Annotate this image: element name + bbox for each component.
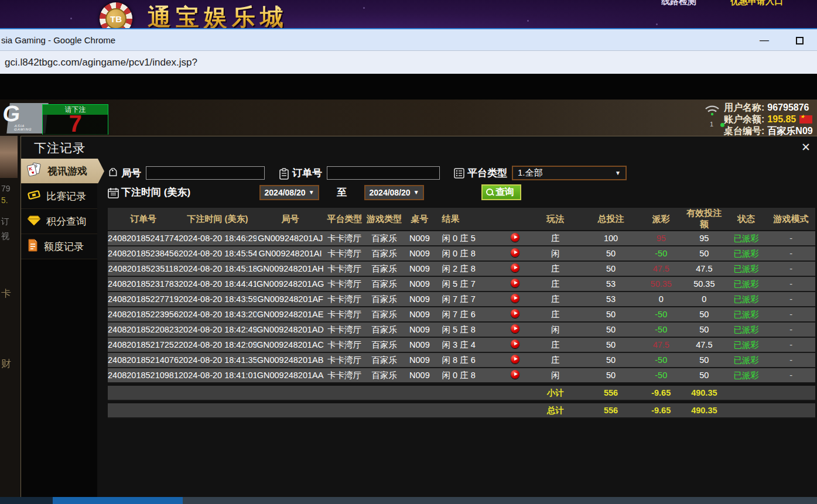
status-cell: 已派彩 xyxy=(726,292,767,307)
order-no-label: 订单号 xyxy=(292,166,322,180)
casino-brand-name: 通宝娱乐城 xyxy=(148,1,288,28)
column-header: 有效投注额 xyxy=(683,208,726,231)
result-cell: 闲 7 庄 7 xyxy=(436,292,502,307)
table-no-cell: N009 xyxy=(403,262,436,277)
replay-icon[interactable] xyxy=(511,294,519,303)
username-value: 96795876 xyxy=(767,102,809,113)
wifi-icon xyxy=(705,104,720,117)
replay-icon[interactable] xyxy=(511,233,519,242)
replay-icon[interactable] xyxy=(511,309,519,318)
column-header: 派彩 xyxy=(639,208,683,231)
platform-cell: 卡卡湾厅 xyxy=(324,262,365,277)
replay-icon[interactable] xyxy=(511,355,519,364)
game-type-cell: 百家乐 xyxy=(365,231,404,246)
background-left-strip: 79 5. 订 视 卡 财 xyxy=(0,136,20,497)
game-no-label: 局号 xyxy=(121,166,141,180)
sidebar-item-video-games[interactable]: 9 K ♥ 视讯游戏 xyxy=(21,159,104,184)
total-bet-cell: 50 xyxy=(583,353,640,368)
sidebar-item-quota-records[interactable]: 额度记录 xyxy=(21,234,97,259)
balance-label: 账户余额: xyxy=(724,114,764,126)
sidebar-item-match-records[interactable]: 比赛记录 xyxy=(21,184,97,209)
game-no-cell: GN009248201AA xyxy=(257,368,324,383)
order-no-cell: 240820185214076 xyxy=(108,353,179,368)
result-cell: 闲 8 庄 6 xyxy=(436,353,502,368)
column-header: 订单号 xyxy=(108,208,179,231)
column-header: 总投注 xyxy=(583,208,640,231)
bg-text: 5. xyxy=(1,196,8,205)
replay-icon[interactable] xyxy=(511,279,519,287)
replay-icon[interactable] xyxy=(511,248,519,257)
platform-cell: 卡卡湾厅 xyxy=(324,323,365,338)
table-no-cell: N009 xyxy=(403,246,436,262)
table-body: 2408201852417742024-08-20 18:46:29GN0092… xyxy=(108,231,815,419)
table-no-cell: N009 xyxy=(403,323,436,338)
query-button[interactable]: 查询 xyxy=(481,184,521,200)
game-no-cell: GN009248201AD xyxy=(257,323,324,338)
replay-icon[interactable] xyxy=(511,263,519,272)
valid-bet-cell: 50.35 xyxy=(683,277,726,292)
replay-icon[interactable] xyxy=(511,340,519,348)
game-type-cell: 百家乐 xyxy=(365,292,404,307)
records-table-wrap: 订单号下注时间 (美东)局号平台类型游戏类型桌号结果玩法总投注派彩有效投注额状态… xyxy=(108,208,815,419)
banner-links: 线路检测 优惠申请入口 xyxy=(661,0,783,6)
sidebar-item-points-query[interactable]: 积分查询 xyxy=(21,209,97,234)
order-no-cell: 240820185231783 xyxy=(108,277,179,292)
game-no-input[interactable] xyxy=(146,166,265,180)
subtotal-row-label: 小计 xyxy=(528,386,583,401)
payout-cell: 47.5 xyxy=(639,262,683,277)
platform-cell: 卡卡湾厅 xyxy=(324,246,365,262)
play-type-cell: 庄 xyxy=(528,353,583,368)
minimize-button[interactable]: — xyxy=(747,35,782,46)
play-type-cell: 庄 xyxy=(528,307,583,323)
platform-cell: 卡卡湾厅 xyxy=(324,277,365,292)
bet-time-label: 下注时间 (美东) xyxy=(121,186,190,199)
replay-cell xyxy=(502,262,528,277)
bet-time-cell: 2024-08-20 18:41:35 xyxy=(179,353,257,368)
replay-icon[interactable] xyxy=(511,324,519,333)
bet-time-cell: 2024-08-20 18:46:29 xyxy=(179,231,257,246)
status-cell: 已派彩 xyxy=(726,246,767,262)
modal-title: 下注记录 xyxy=(34,140,86,156)
valid-bet-cell: 50 xyxy=(683,353,726,368)
table-number-value: 百家乐N09 xyxy=(767,125,812,136)
clipboard-icon xyxy=(279,168,289,179)
page-url[interactable]: gci.l842tbgc.com/agingame/pcv1/index.jsp… xyxy=(5,57,197,68)
valid-bet-cell: 50 xyxy=(683,246,726,262)
close-icon[interactable]: ✕ xyxy=(799,141,812,154)
bet-countdown-box: 请下注 7 xyxy=(42,104,108,135)
bg-text: 视 xyxy=(1,231,9,242)
total-bet-cell: 53 xyxy=(583,292,640,307)
platform-type-select[interactable]: 1.全部 ▼ xyxy=(512,166,627,180)
provider-name: ASIA GAMING xyxy=(14,124,44,131)
game-type-cell: 百家乐 xyxy=(365,323,404,338)
valid-bet-cell: 50 xyxy=(683,368,726,383)
valid-bet-cell: 95 xyxy=(683,231,726,246)
platform-cell: 卡卡湾厅 xyxy=(324,231,365,246)
valid-bet-cell: 47.5 xyxy=(683,262,726,277)
modal-sidebar: 9 K ♥ 视讯游戏 比赛记录 xyxy=(21,159,97,497)
address-bar[interactable]: gci.l842tbgc.com/agingame/pcv1/index.jsp… xyxy=(0,50,817,74)
status-cell: 已派彩 xyxy=(726,323,767,338)
date-to-value: 2024/08/20 xyxy=(370,188,411,197)
game-mode-cell: - xyxy=(767,338,815,353)
maximize-button[interactable] xyxy=(782,37,817,44)
order-no-input[interactable] xyxy=(327,166,440,180)
replay-cell xyxy=(502,277,528,292)
bet-time-cell: 2024-08-20 18:45:54 xyxy=(179,246,257,262)
promo-apply-link[interactable]: 优惠申请入口 xyxy=(730,0,783,6)
date-to-picker[interactable]: 2024/08/20 ▼ xyxy=(364,185,424,200)
sidebar-item-label: 额度记录 xyxy=(44,240,84,253)
total-row-bet: 556 xyxy=(583,403,640,419)
subtotal-row-bet: 556 xyxy=(583,386,640,401)
total-bet-cell: 53 xyxy=(583,277,640,292)
modal-content: 局号 订单号 xyxy=(97,159,817,497)
game-mode-cell: - xyxy=(767,231,815,246)
scrollbar-thumb[interactable] xyxy=(53,497,183,504)
horizontal-scrollbar[interactable] xyxy=(0,497,817,504)
replay-icon[interactable] xyxy=(511,370,519,379)
date-from-picker[interactable]: 2024/08/20 ▼ xyxy=(259,185,319,200)
play-type-cell: 闲 xyxy=(528,368,583,383)
result-cell: 闲 0 庄 5 xyxy=(436,231,502,246)
line-check-link[interactable]: 线路检测 xyxy=(661,0,696,6)
bet-time-cell: 2024-08-20 18:44:41 xyxy=(179,277,257,292)
